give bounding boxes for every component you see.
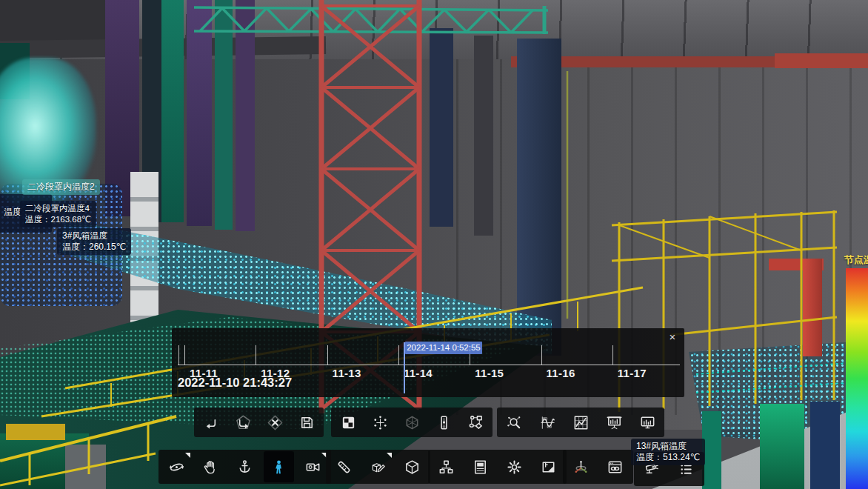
boardchart-icon — [606, 414, 623, 431]
gray-column — [474, 36, 493, 236]
purple-column — [236, 0, 255, 231]
waveform-button[interactable] — [533, 409, 561, 436]
timeline-track[interactable] — [178, 365, 680, 365]
clipbox-icon — [370, 459, 387, 476]
analysis-group — [497, 408, 664, 437]
timeline-tick — [541, 345, 542, 365]
purple-column — [187, 0, 212, 226]
sliderv-icon — [435, 414, 453, 431]
playhead-timestamp: 2022-11-14 0:52:55 — [405, 342, 482, 354]
navy-column — [430, 28, 453, 227]
save-button[interactable] — [293, 409, 321, 436]
legend-title: 节点温度 — [844, 253, 868, 267]
link-window-button[interactable] — [600, 451, 630, 482]
timeline-tick — [178, 345, 179, 365]
ruler-icon — [335, 459, 353, 476]
light-wall-strip — [130, 172, 158, 324]
timeline-tick-label: 11-17 — [618, 367, 647, 379]
red-bracket-vertical — [803, 259, 822, 356]
pan-button[interactable] — [196, 451, 226, 482]
gear-icon — [506, 459, 523, 476]
view-group — [331, 408, 493, 437]
walk-button[interactable] — [264, 451, 294, 482]
anchor-icon — [236, 459, 253, 476]
save-icon — [298, 414, 316, 431]
gizmo-button[interactable] — [566, 451, 596, 482]
caret-icon — [387, 453, 392, 458]
paneldoc-icon — [472, 459, 489, 476]
flowchart-icon — [467, 414, 484, 431]
timeline-tick-label: 11-15 — [475, 367, 504, 379]
hand-icon — [202, 459, 219, 476]
delete-button[interactable] — [261, 409, 289, 436]
panel-button[interactable] — [465, 451, 495, 482]
history-group — [194, 408, 324, 437]
monitor-chart-button[interactable] — [633, 409, 661, 436]
person-icon — [270, 459, 287, 476]
anchor-button[interactable] — [230, 451, 260, 482]
timeline-tick — [327, 345, 328, 365]
hexwire-icon — [404, 414, 421, 431]
search-graph-button[interactable] — [500, 409, 528, 436]
material-button[interactable] — [533, 451, 564, 482]
timeline-tick — [612, 345, 613, 365]
flowchart-button[interactable] — [461, 409, 490, 436]
cube-button[interactable] — [397, 451, 427, 482]
scene-group — [428, 450, 567, 484]
searchgraph-icon — [506, 414, 523, 431]
sensor-value: 温度：260.15℃ — [62, 242, 126, 253]
cross-icon — [267, 414, 284, 431]
sensor-tooltip-windbox13: 13#风箱温度温度：513.24℃ — [631, 439, 705, 465]
timeline-tick — [256, 345, 256, 365]
timeline-tick-label: 11-13 — [333, 367, 361, 379]
sensor-title: 二冷段罩内温度4 — [25, 203, 91, 214]
navigation-group — [158, 450, 331, 484]
checkerboard-button[interactable] — [334, 409, 362, 436]
caret-icon — [185, 453, 190, 458]
toolbar-top — [0, 408, 868, 437]
redo-icon — [235, 414, 252, 431]
sensor-title: 13#风箱温度 — [636, 441, 700, 452]
waveform-icon — [539, 414, 556, 431]
clip-box-button[interactable] — [363, 451, 393, 482]
timeline-panel: × 11-1111-1211-1311-1411-1511-1611-17 20… — [172, 328, 684, 397]
wireframe-button[interactable] — [398, 409, 426, 436]
windowlink-icon — [607, 459, 624, 476]
sensor-value: 温度：513.24℃ — [636, 452, 700, 463]
camera-button[interactable] — [298, 451, 328, 482]
tools-group — [326, 450, 430, 484]
link-group — [563, 450, 633, 484]
sensor-title: 二冷段罩内温度2 — [27, 182, 95, 193]
orbit-button[interactable] — [161, 451, 192, 482]
sensor-tooltip-cooling4: 二冷段罩内温度4温度：2163.68℃ — [20, 201, 96, 227]
cube-icon — [404, 459, 421, 476]
timeline-tick-label: 11-14 — [404, 367, 433, 379]
gridchart-icon — [572, 414, 590, 431]
measure-button[interactable] — [329, 451, 359, 482]
grid-chart-button[interactable] — [567, 409, 595, 436]
slider-button[interactable] — [430, 409, 458, 436]
settings-button[interactable] — [499, 451, 530, 482]
teal-column — [161, 0, 184, 222]
sensor-value: 温度：2163.68℃ — [25, 214, 91, 225]
undo-icon — [203, 414, 220, 431]
undo-button[interactable] — [197, 409, 225, 436]
monitorchart-icon — [639, 414, 656, 431]
redo-button[interactable] — [229, 409, 257, 436]
close-icon[interactable]: × — [667, 330, 678, 343]
timeline-tick-label: 11-16 — [547, 367, 575, 379]
toolbar-bottom — [0, 450, 868, 484]
range-start-timestamp: 2022-11-10 21:43:27 — [178, 376, 292, 390]
hierarchy-button[interactable] — [431, 451, 461, 482]
timeline-tick — [398, 345, 399, 365]
sensor-title: 3#风箱温度 — [62, 230, 126, 242]
point-graph-button[interactable] — [366, 409, 394, 436]
hexdots-icon — [372, 414, 389, 431]
sensor-tooltip-windbox3: 3#风箱温度温度：260.15℃ — [57, 228, 131, 255]
videocam-icon — [304, 459, 321, 476]
teal-column — [215, 0, 233, 230]
checker-icon — [340, 414, 357, 431]
chart-board-button[interactable] — [600, 409, 628, 436]
navy-column-large — [517, 39, 561, 356]
sensor-tooltip-cooling2: 二冷段罩内温度2 — [22, 179, 100, 195]
